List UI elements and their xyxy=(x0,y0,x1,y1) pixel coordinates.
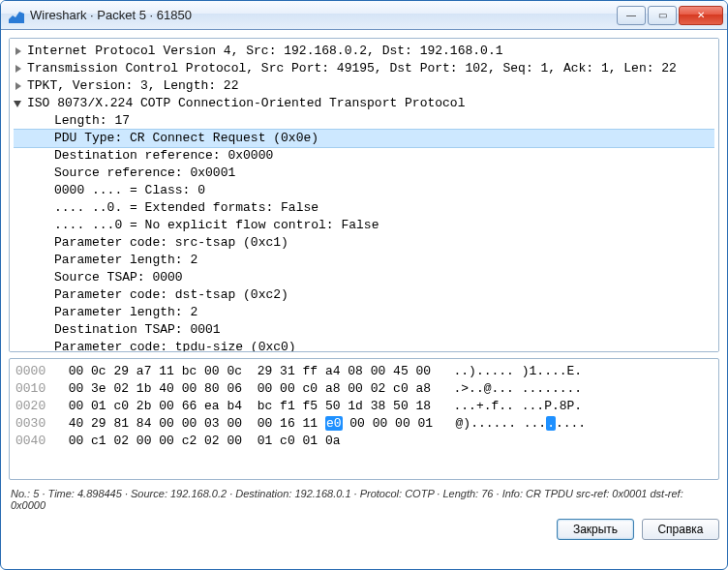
hex-bytes: 00 00 c0 a8 00 02 c0 a8 xyxy=(258,381,431,396)
close-button[interactable]: Закрыть xyxy=(557,519,634,540)
dialog-buttons: Закрыть Справка xyxy=(9,519,719,540)
hex-bytes: 40 29 81 84 00 00 03 00 xyxy=(69,416,242,431)
packet-summary-status: No.: 5 · Time: 4.898445 · Source: 192.16… xyxy=(9,486,719,513)
packet-details-tree[interactable]: Internet Protocol Version 4, Src: 192.16… xyxy=(9,38,719,352)
tree-item-cotp[interactable]: ISO 8073/X.224 COTP Connection-Oriented … xyxy=(14,95,714,112)
tree-item-pc-dst-tsap[interactable]: Parameter code: dst-tsap (0xc2) xyxy=(14,286,714,304)
hex-bytes: 00 c1 02 00 00 c2 02 00 xyxy=(69,434,242,448)
window-title: Wireshark · Packet 5 · 61850 xyxy=(30,8,617,22)
titlebar: Wireshark · Packet 5 · 61850 — ▭ ✕ xyxy=(1,1,727,30)
hex-row[interactable]: 0040 00 c1 02 00 00 c2 02 00 01 c0 01 0a xyxy=(15,433,713,450)
close-window-button[interactable]: ✕ xyxy=(679,6,723,25)
hex-row[interactable]: 0010 00 3e 02 1b 40 00 80 06 00 00 c0 a8… xyxy=(15,380,713,398)
hex-bytes: 00 00 00 01 xyxy=(343,416,434,431)
wireshark-icon xyxy=(9,8,24,23)
tree-item-tpkt[interactable]: TPKT, Version: 3, Length: 22 xyxy=(14,77,714,95)
hex-ascii: ...+.f.. ...P.8P. xyxy=(454,399,583,413)
tree-item-length[interactable]: Length: 17 xyxy=(14,112,714,130)
tree-item-pc-src-tsap[interactable]: Parameter code: src-tsap (0xc1) xyxy=(14,234,714,252)
hex-highlight-ascii: . xyxy=(546,416,556,431)
tree-item-dst-tsap[interactable]: Destination TSAP: 0001 xyxy=(14,321,714,339)
hex-offset: 0040 xyxy=(15,434,46,448)
hex-ascii: ..)..... )1....E. xyxy=(454,364,583,378)
tree-item-plen1[interactable]: Parameter length: 2 xyxy=(14,252,714,269)
hex-offset: 0030 xyxy=(15,416,46,431)
tree-item-ipv4[interactable]: Internet Protocol Version 4, Src: 192.16… xyxy=(14,43,714,60)
hex-dump-pane[interactable]: 0000 00 0c 29 a7 11 bc 00 0c 29 31 ff a4… xyxy=(9,358,719,480)
tree-item-class[interactable]: 0000 .... = Class: 0 xyxy=(14,182,714,199)
content-area: Internet Protocol Version 4, Src: 192.16… xyxy=(1,30,727,569)
hex-offset: 0010 xyxy=(15,381,46,396)
help-button[interactable]: Справка xyxy=(642,519,719,540)
maximize-button[interactable]: ▭ xyxy=(648,6,677,25)
tree-item-src-tsap[interactable]: Source TSAP: 0000 xyxy=(14,269,714,286)
tree-item-flow-ctrl[interactable]: .... ...0 = No explicit flow control: Fa… xyxy=(14,217,714,234)
hex-bytes: 29 31 ff a4 08 00 45 00 xyxy=(258,364,431,378)
hex-row[interactable]: 0020 00 01 c0 2b 00 66 ea b4 bc f1 f5 50… xyxy=(15,398,713,415)
tree-item-pc-tpdu-size[interactable]: Parameter code: tpdu-size (0xc0) xyxy=(14,339,714,352)
tree-item-ext-fmt[interactable]: .... ..0. = Extended formats: False xyxy=(14,199,714,217)
hex-bytes: 00 16 11 xyxy=(258,416,325,431)
hex-row[interactable]: 0000 00 0c 29 a7 11 bc 00 0c 29 31 ff a4… xyxy=(15,363,713,380)
tree-item-plen2[interactable]: Parameter length: 2 xyxy=(14,304,714,321)
hex-bytes: 01 c0 01 0a xyxy=(258,434,341,448)
tree-item-dst-ref[interactable]: Destination reference: 0x0000 xyxy=(14,147,714,165)
hex-ascii: .>..@... ........ xyxy=(454,381,583,396)
window-controls: — ▭ ✕ xyxy=(617,6,723,25)
tree-item-tcp[interactable]: Transmission Control Protocol, Src Port:… xyxy=(14,60,714,77)
tree-item-src-ref[interactable]: Source reference: 0x0001 xyxy=(14,165,714,182)
hex-row[interactable]: 0030 40 29 81 84 00 00 03 00 00 16 11 e0… xyxy=(15,415,713,433)
hex-ascii: .... xyxy=(556,416,586,431)
hex-highlight-byte: e0 xyxy=(325,416,343,431)
hex-offset: 0020 xyxy=(15,399,46,413)
hex-bytes: 00 3e 02 1b 40 00 80 06 xyxy=(69,381,242,396)
minimize-button[interactable]: — xyxy=(617,6,646,25)
hex-bytes: 00 01 c0 2b 00 66 ea b4 xyxy=(69,399,242,413)
hex-bytes: 00 0c 29 a7 11 bc 00 0c xyxy=(69,364,242,378)
hex-bytes: bc f1 f5 50 1d 38 50 18 xyxy=(258,399,431,413)
hex-offset: 0000 xyxy=(15,364,46,378)
tree-item-pdu-type[interactable]: PDU Type: CR Connect Request (0x0e) xyxy=(14,129,714,148)
hex-ascii: @)...... ... xyxy=(456,416,547,431)
